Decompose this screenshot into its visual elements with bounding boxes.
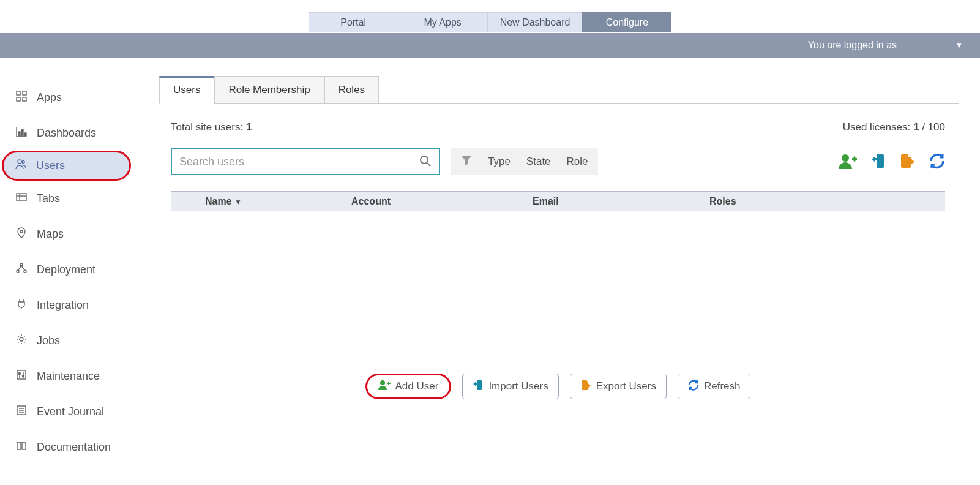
sidebar-item-documentation[interactable]: Documentation — [0, 429, 133, 465]
total-users-label: Total site users: — [171, 121, 246, 133]
action-icons — [839, 153, 945, 171]
stats-row: Total site users: 1 Used licenses: 1 / 1… — [171, 121, 945, 133]
top-nav: Portal My Apps New Dashboard Configure — [0, 0, 980, 33]
svg-rect-6 — [18, 132, 20, 136]
svg-point-26 — [23, 375, 24, 377]
sliders-icon — [16, 369, 27, 383]
svg-line-18 — [18, 266, 21, 270]
deployment-icon — [16, 263, 27, 277]
export-users-button[interactable]: Export Users — [570, 374, 667, 399]
svg-point-14 — [20, 230, 23, 233]
sidebar-item-label: Maps — [37, 228, 64, 241]
svg-point-25 — [19, 372, 21, 374]
footer-buttons: Add User Import Users Export Users — [171, 374, 945, 399]
svg-rect-3 — [23, 97, 26, 101]
topnav-tab-myapps[interactable]: My Apps — [398, 12, 487, 32]
sidebar-item-label: Maintenance — [37, 370, 100, 383]
sidebar-item-deployment[interactable]: Deployment — [0, 252, 133, 287]
licenses-cap: 100 — [928, 121, 945, 133]
sidebar-item-label: Apps — [37, 91, 62, 104]
search-input[interactable] — [179, 156, 419, 168]
svg-point-36 — [380, 380, 385, 385]
filter-role[interactable]: Role — [567, 156, 588, 168]
sidebar-item-label: Documentation — [37, 441, 111, 454]
svg-point-15 — [20, 263, 23, 266]
refresh-button[interactable]: Refresh — [678, 374, 751, 399]
filter-icon — [461, 155, 472, 169]
content-tab-rolemembership[interactable]: Role Membership — [214, 76, 324, 103]
add-user-icon — [378, 380, 391, 393]
users-table: Name ▼ Account Email Roles — [171, 191, 945, 358]
svg-line-32 — [427, 163, 430, 166]
sidebar: Apps Dashboards Users Tabs Maps — [0, 58, 133, 485]
svg-rect-2 — [17, 97, 20, 101]
svg-line-19 — [21, 266, 24, 270]
sidebar-item-dashboards[interactable]: Dashboards — [0, 115, 133, 151]
refresh-icon[interactable] — [929, 153, 945, 171]
sidebar-item-label: Dashboards — [37, 127, 96, 140]
table-header: Name ▼ Account Email Roles — [171, 191, 945, 211]
export-icon[interactable] — [900, 153, 916, 171]
sidebar-item-label: Jobs — [37, 334, 60, 347]
sidebar-item-users[interactable]: Users — [2, 151, 131, 181]
table-body — [171, 211, 945, 358]
export-icon — [580, 380, 591, 394]
total-users-value: 1 — [246, 121, 252, 133]
add-user-icon[interactable] — [839, 153, 857, 171]
svg-point-21 — [20, 337, 23, 341]
th-name[interactable]: Name ▼ — [171, 196, 351, 207]
svg-point-33 — [842, 154, 849, 162]
sidebar-item-label: Tabs — [37, 192, 60, 205]
svg-point-17 — [24, 270, 26, 273]
svg-point-10 — [22, 161, 24, 164]
topnav-tab-newdashboard[interactable]: New Dashboard — [487, 12, 583, 32]
btn-label: Import Users — [488, 380, 548, 393]
total-users: Total site users: 1 — [171, 121, 252, 133]
content-tab-users[interactable]: Users — [159, 76, 214, 104]
import-icon[interactable] — [870, 153, 886, 171]
licenses-sep: / — [919, 121, 927, 133]
filter-bar: Type State Role — [451, 148, 598, 175]
filter-type[interactable]: Type — [488, 156, 511, 168]
th-email[interactable]: Email — [533, 196, 709, 207]
add-user-button[interactable]: Add User — [365, 374, 452, 399]
svg-rect-11 — [17, 194, 26, 201]
topnav-tab-portal[interactable]: Portal — [309, 12, 398, 32]
sidebar-item-maintenance[interactable]: Maintenance — [0, 358, 133, 394]
th-account[interactable]: Account — [351, 196, 533, 207]
user-dropdown-caret-icon[interactable]: ▼ — [956, 41, 963, 50]
used-licenses: Used licenses: 1 / 100 — [843, 121, 945, 133]
sidebar-item-label: Deployment — [37, 263, 95, 276]
chart-icon — [16, 126, 27, 140]
controls-row: Type State Role — [171, 148, 945, 175]
login-bar: You are logged in as ▼ — [0, 33, 980, 58]
content-panel: Total site users: 1 Used licenses: 1 / 1… — [157, 104, 959, 413]
filter-state[interactable]: State — [526, 156, 551, 168]
users-icon — [15, 159, 26, 173]
svg-point-16 — [17, 270, 19, 273]
refresh-icon — [688, 380, 699, 394]
svg-rect-7 — [21, 129, 23, 136]
btn-label: Export Users — [596, 380, 656, 393]
integration-icon — [16, 298, 27, 312]
search-wrap — [171, 148, 440, 175]
svg-rect-38 — [388, 382, 389, 385]
sidebar-item-label: Integration — [37, 299, 89, 312]
sidebar-item-maps[interactable]: Maps — [0, 216, 133, 252]
sidebar-item-eventjournal[interactable]: Event Journal — [0, 394, 133, 429]
main-content: Users Role Membership Roles Total site u… — [133, 58, 980, 485]
sidebar-item-apps[interactable]: Apps — [0, 80, 133, 115]
content-tab-roles[interactable]: Roles — [324, 76, 379, 103]
th-roles[interactable]: Roles — [709, 196, 945, 207]
topnav-tab-configure[interactable]: Configure — [582, 12, 671, 32]
sidebar-item-integration[interactable]: Integration — [0, 287, 133, 323]
licenses-label: Used licenses: — [843, 121, 913, 133]
sidebar-item-jobs[interactable]: Jobs — [0, 323, 133, 358]
import-users-button[interactable]: Import Users — [462, 374, 558, 399]
content-tabs: Users Role Membership Roles — [159, 76, 959, 104]
sidebar-item-tabs[interactable]: Tabs — [0, 181, 133, 216]
btn-label: Add User — [395, 380, 439, 393]
search-icon[interactable] — [419, 155, 432, 169]
btn-label: Refresh — [704, 380, 741, 393]
gear-icon — [16, 334, 27, 348]
